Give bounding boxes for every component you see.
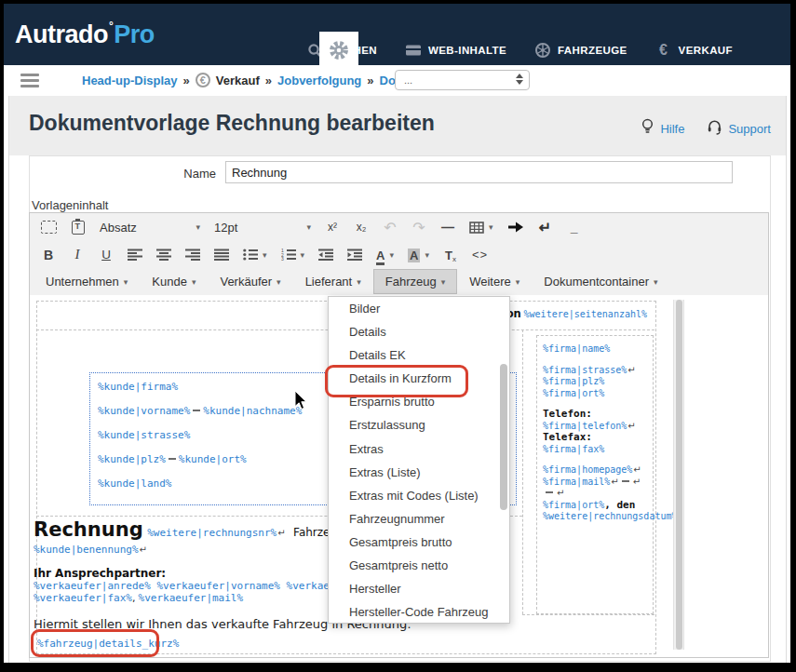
source-code-button[interactable] bbox=[472, 248, 488, 262]
chevron-down-icon: ▾ bbox=[196, 222, 200, 232]
window-border-top bbox=[0, 0, 796, 4]
logo-suffix: Pro bbox=[114, 20, 155, 48]
chevron-down-icon: ▾ bbox=[654, 277, 658, 287]
table-button[interactable]: ▾ bbox=[469, 222, 493, 234]
align-center-button[interactable] bbox=[156, 249, 171, 261]
bullet-list-button[interactable]: ▾ bbox=[243, 249, 267, 261]
arrow-right-icon bbox=[507, 221, 524, 234]
insert-arrow-button[interactable] bbox=[507, 221, 524, 234]
menu-kunde[interactable]: Kunde▾ bbox=[140, 269, 208, 294]
tab-settings-active[interactable] bbox=[319, 32, 358, 73]
bold-button[interactable] bbox=[41, 248, 56, 262]
clear-formatting-button[interactable] bbox=[443, 246, 458, 263]
firma-mail-line: %firma|mail% bbox=[543, 477, 653, 500]
dropdown-item-extras-liste[interactable]: Extras (Liste) bbox=[329, 461, 509, 484]
show-blocks-button[interactable] bbox=[41, 221, 57, 234]
nav-label: VERKAUF bbox=[679, 45, 733, 56]
hamburger-menu-icon[interactable] bbox=[20, 74, 39, 87]
dropdown-item-bilder[interactable]: Bilder bbox=[329, 297, 509, 320]
dropdown-item-gesamtpreis-brutto[interactable]: Gesamtpreis brutto bbox=[329, 531, 509, 554]
menu-dokumentcontainer[interactable]: Dokumentcontainer▾ bbox=[532, 269, 669, 294]
chevron-down-icon: ▾ bbox=[301, 250, 305, 260]
justify-button[interactable] bbox=[214, 249, 229, 261]
support-link[interactable]: Support bbox=[707, 119, 771, 138]
align-left-button[interactable] bbox=[128, 249, 142, 261]
annotation-ring-details-in-kurzform bbox=[325, 365, 468, 397]
firma-address-block[interactable]: %firma|name% %firma|strasse% %firma|plz%… bbox=[536, 335, 654, 614]
help-link[interactable]: Hilfe bbox=[641, 118, 684, 139]
menu-fahrzeug[interactable]: Fahrzeug▾ bbox=[373, 269, 457, 294]
redo-button[interactable] bbox=[411, 219, 426, 236]
annotation-ring-details-kurz bbox=[31, 629, 159, 657]
horizontal-rule-button[interactable] bbox=[440, 220, 455, 235]
align-right-button[interactable] bbox=[185, 249, 200, 261]
dropdown-scrollbar-thumb[interactable] bbox=[500, 364, 507, 510]
scrollbar-thumb[interactable] bbox=[676, 300, 682, 650]
nbsp-mark-icon bbox=[193, 410, 200, 411]
chevron-down-icon: ▾ bbox=[489, 222, 493, 232]
content-scrollbar[interactable] bbox=[673, 300, 684, 650]
dropdown-item-extras-mit-codes[interactable]: Extras mit Codes (Liste) bbox=[329, 484, 509, 507]
help-links: Hilfe Support bbox=[641, 118, 771, 139]
dropdown-item-fahrzeugnummer[interactable]: Fahrzeugnummer bbox=[329, 507, 509, 531]
numbered-list-button[interactable]: 123▾ bbox=[281, 249, 305, 261]
app-logo: Autrado°Pro bbox=[15, 20, 155, 49]
return-mark-icon bbox=[627, 421, 635, 431]
text-color-icon bbox=[376, 247, 385, 263]
breadcrumb-separator: » bbox=[183, 74, 190, 87]
subscript-button[interactable] bbox=[354, 221, 369, 234]
logo-mark: ° bbox=[109, 20, 113, 33]
highlight-color-button[interactable]: ▾ bbox=[408, 247, 429, 263]
paragraph-format-select[interactable]: Absatz▾ bbox=[100, 221, 200, 235]
superscript-button[interactable] bbox=[325, 221, 340, 234]
menu-weitere[interactable]: Weitere▾ bbox=[457, 269, 532, 294]
editor-toolbar-row2: ▾ 123▾ ▾ ▾ bbox=[30, 241, 768, 268]
nbsp-mark-icon bbox=[169, 458, 176, 460]
breadcrumb-bar: Head-up-Display » € Verkauf » Jobverfolg… bbox=[4, 65, 790, 96]
underline-button[interactable] bbox=[99, 248, 114, 262]
text-color-button[interactable]: ▾ bbox=[376, 247, 394, 263]
paste-as-text-button[interactable] bbox=[71, 221, 86, 235]
chevron-down-icon: ▾ bbox=[357, 277, 361, 287]
dropdown-item-details-ek[interactable]: Details EK bbox=[329, 343, 509, 367]
nav-item-fahrzeuge[interactable]: FAHRZEUGE bbox=[534, 42, 627, 59]
breadcrumb-link-head-up-display[interactable]: Head-up-Display bbox=[82, 74, 178, 87]
top-header-bar: Autrado°Pro SUCHEN WEB-INHALTE FAHRZEUGE bbox=[4, 4, 790, 65]
non-breaking-space-button[interactable] bbox=[567, 220, 582, 235]
main-nav: SUCHEN WEB-INHALTE FAHRZEUGE € VERKAUF bbox=[306, 42, 733, 59]
dropdown-item-erstzulassung[interactable]: Erstzulassung bbox=[329, 413, 509, 437]
window-border-right bbox=[790, 0, 796, 672]
table-icon bbox=[469, 222, 484, 234]
breadcrumb-link-jobverfolgung[interactable]: Jobverfolgung bbox=[277, 74, 361, 87]
nav-item-verkauf[interactable]: € VERKAUF bbox=[655, 42, 733, 59]
lightbulb-icon bbox=[641, 118, 654, 139]
menu-verkaeufer[interactable]: Verkäufer▾ bbox=[208, 269, 292, 294]
chevron-down-icon: ▾ bbox=[425, 250, 429, 260]
breadcrumb-item-verkauf[interactable]: Verkauf bbox=[216, 74, 260, 87]
breadcrumb-template-select[interactable]: ... bbox=[395, 70, 530, 90]
chevron-down-icon: ▾ bbox=[389, 250, 394, 260]
dropdown-item-hersteller[interactable]: Hersteller bbox=[329, 577, 509, 600]
bullet-list-icon bbox=[243, 249, 258, 261]
italic-button[interactable] bbox=[70, 247, 85, 262]
chevron-down-icon: ▾ bbox=[306, 222, 311, 232]
dropdown-item-gesamtpreis-netto[interactable]: Gesamtpreis netto bbox=[329, 554, 509, 577]
menu-lieferant[interactable]: Lieferant▾ bbox=[293, 269, 373, 294]
align-left-icon bbox=[128, 249, 142, 261]
menu-unternehmen[interactable]: Unternehmen▾ bbox=[34, 269, 140, 294]
dropdown-item-extras[interactable]: Extras bbox=[329, 437, 509, 461]
line-break-button[interactable] bbox=[538, 219, 553, 236]
indent-icon bbox=[347, 249, 362, 261]
indent-button[interactable] bbox=[347, 249, 362, 261]
name-input[interactable] bbox=[225, 161, 733, 183]
dropdown-item-details[interactable]: Details bbox=[329, 320, 509, 343]
nav-item-web-inhalte[interactable]: WEB-INHALTE bbox=[405, 42, 506, 59]
svg-text:3: 3 bbox=[281, 256, 284, 261]
undo-button[interactable] bbox=[383, 219, 398, 236]
return-mark-icon bbox=[632, 477, 641, 487]
font-size-select[interactable]: 12pt▾ bbox=[214, 221, 311, 235]
dropdown-item-hersteller-code[interactable]: Hersteller-Code Fahrzeug bbox=[329, 600, 509, 624]
outdent-button[interactable] bbox=[318, 249, 333, 261]
page-title: Dokumentvorlage Rechnung bearbeiten bbox=[29, 111, 435, 136]
firma-homepage-line: %firma|homepage% bbox=[543, 464, 653, 477]
